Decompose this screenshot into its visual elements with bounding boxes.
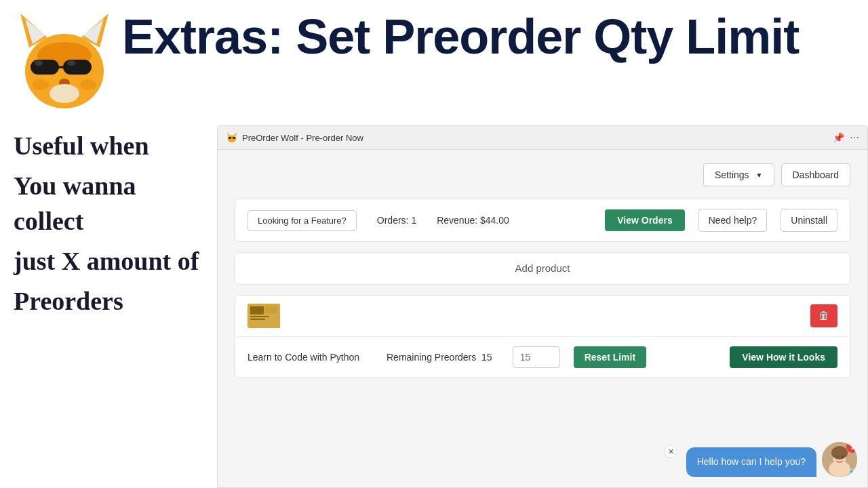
svg-rect-23 [250,316,269,317]
view-orders-button[interactable]: View Orders [605,209,684,231]
view-how-it-looks-button[interactable]: View How it Looks [730,346,837,368]
svg-rect-7 [31,60,59,75]
left-text-block: Useful when You wanna collect just X amo… [10,129,207,324]
revenue-amount: Revenue: $44.00 [437,215,509,226]
more-options-icon[interactable]: ⋯ [850,132,859,143]
product-thumbnail [248,304,280,328]
wolf-logo-icon [10,7,119,115]
svg-rect-25 [265,306,277,313]
qty-limit-input[interactable] [513,346,560,368]
left-panel: Useful when You wanna collect just X amo… [0,0,217,488]
svg-point-15 [80,79,96,90]
page-title: Extras: Set Preorder Qty Limit [122,10,868,64]
product-card: 🗑 Learn to Code with Python Remaining Pr… [235,295,850,378]
product-card-bottom: Learn to Code with Python Remaining Preo… [235,337,850,378]
svg-rect-22 [250,306,264,314]
svg-point-10 [35,60,43,66]
settings-button[interactable]: Settings ▼ [703,163,774,186]
browser-topbar: PreOrder Wolf - Pre-order Now 📌 ⋯ [218,126,867,150]
pin-icon[interactable]: 📌 [833,132,844,143]
svg-point-16 [228,135,237,142]
app-content: Settings ▼ Dashboard Looking for a Featu… [218,150,867,392]
svg-rect-24 [250,319,265,320]
chat-widget: ✕ Hello how can I help you? 1 [686,442,857,477]
product-name: Learn to Code with Python [248,352,359,363]
svg-point-13 [50,84,79,103]
online-status-dot [849,469,856,476]
title-area: Extras: Set Preorder Qty Limit [122,10,868,64]
svg-point-31 [841,455,844,458]
tab-wolf-icon [226,131,238,144]
chat-close-button[interactable]: ✕ [664,445,677,458]
remaining-preorders-label: Remaining Preorders 15 [387,352,492,363]
feature-request-button[interactable]: Looking for a Feature? [248,210,357,231]
text-line-1: Useful when [14,129,207,163]
trash-icon: 🗑 [818,310,829,321]
svg-point-28 [829,461,850,477]
stats-bar: Looking for a Feature? Orders: 1 Revenue… [235,199,850,242]
product-card-top: 🗑 [235,296,850,337]
dashboard-label: Dashboard [793,169,840,180]
text-line-3: just X amount of [14,244,207,279]
orders-count: Orders: 1 [377,215,416,226]
chat-bubble-container: ✕ Hello how can I help you? [686,447,816,477]
browser-window: PreOrder Wolf - Pre-order Now 📌 ⋯ Settin… [217,125,868,488]
text-line-4: Preorders [14,284,207,319]
browser-tab-label: PreOrder Wolf - Pre-order Now [242,133,363,143]
need-help-button[interactable]: Need help? [698,209,768,232]
add-product-area: Add product [235,252,850,285]
svg-rect-8 [63,60,92,75]
chat-avatar[interactable]: 1 [822,442,857,477]
delete-product-button[interactable]: 🗑 [810,304,837,327]
svg-point-29 [831,446,848,460]
top-action-bar: Settings ▼ Dashboard [235,163,850,186]
svg-rect-19 [229,137,232,139]
product-thumb-inner [248,304,280,328]
reset-limit-button[interactable]: Reset Limit [574,346,646,368]
add-product-button[interactable]: Add product [248,262,837,274]
svg-point-14 [33,79,49,90]
logo-area [10,7,119,115]
svg-point-11 [67,60,75,66]
uninstall-button[interactable]: Uninstall [781,209,837,232]
remaining-value: 15 [481,352,492,363]
browser-controls: 📌 ⋯ [833,132,859,143]
notification-badge: 1 [846,442,857,453]
svg-point-30 [835,455,838,458]
svg-rect-20 [233,137,236,139]
dashboard-button[interactable]: Dashboard [781,163,851,186]
chat-message-bubble: Hello how can I help you? [686,447,816,477]
chevron-down-icon: ▼ [756,171,763,179]
text-line-2: You wanna collect [14,169,207,239]
settings-label: Settings [715,169,749,180]
browser-tab: PreOrder Wolf - Pre-order Now [226,131,363,144]
